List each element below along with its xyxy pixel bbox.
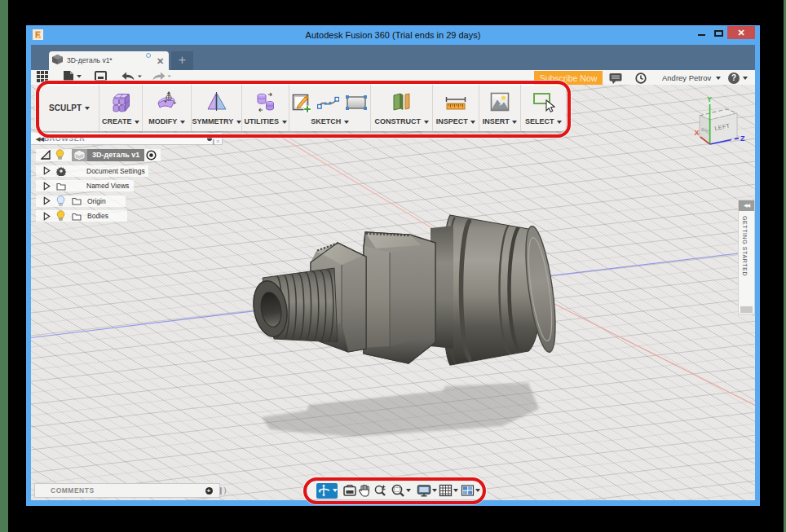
- svg-text:X: X: [695, 129, 700, 137]
- svg-text:Z: Z: [740, 134, 745, 143]
- svg-text:Y: Y: [707, 95, 712, 103]
